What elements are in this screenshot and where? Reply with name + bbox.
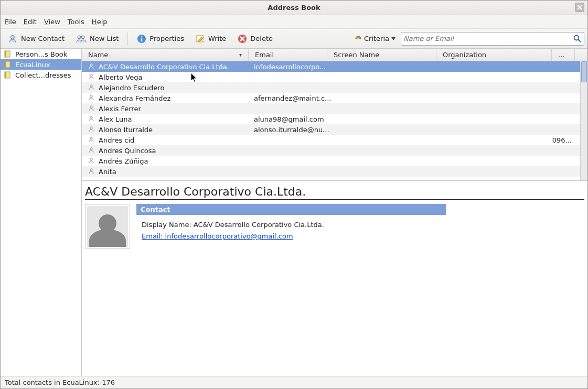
table-row[interactable]: Andres Quincosa bbox=[82, 145, 587, 156]
search-input[interactable] bbox=[403, 35, 573, 42]
svg-point-23 bbox=[90, 137, 92, 139]
table-body[interactable]: AC&V Desarrollo Corporativo Cia.Ltda.inf… bbox=[82, 61, 587, 180]
column-screen-label: Screen Name bbox=[334, 51, 379, 59]
contact-icon bbox=[88, 73, 95, 81]
svg-point-0 bbox=[11, 35, 15, 39]
svg-point-22 bbox=[90, 127, 92, 129]
column-org-label: Organization bbox=[443, 51, 486, 59]
menu-help[interactable]: Help bbox=[92, 18, 108, 26]
svg-point-7 bbox=[574, 35, 579, 40]
contact-icon bbox=[88, 115, 95, 123]
table-row[interactable]: Alberto Vega bbox=[82, 72, 587, 82]
scrollbar-thumb[interactable] bbox=[581, 61, 587, 82]
cell-name: Andrés Zúñiga bbox=[99, 157, 254, 165]
column-more[interactable]: ... bbox=[552, 49, 575, 61]
column-email[interactable]: Email bbox=[249, 49, 327, 61]
status-text: Total contacts in EcuaLinux: 176 bbox=[5, 379, 115, 386]
new-contact-button[interactable]: New Contact bbox=[4, 31, 69, 46]
delete-icon bbox=[238, 34, 247, 44]
sidebar-item-label: Collect...dresses bbox=[15, 71, 71, 79]
email-link[interactable]: Email: infodesarrollocorporativo@gmail.c… bbox=[142, 232, 293, 240]
contact-icon bbox=[88, 84, 95, 91]
table-row[interactable]: Anita bbox=[82, 166, 587, 177]
menu-edit[interactable]: Edit bbox=[24, 18, 37, 26]
svg-point-16 bbox=[90, 64, 92, 66]
menu-file[interactable]: File bbox=[5, 18, 16, 26]
contact-section-header: Contact bbox=[136, 204, 446, 215]
display-name-value: AC&V Desarrollo Corporativo Cia.Ltda. bbox=[194, 221, 324, 229]
menu-view[interactable]: View bbox=[44, 18, 60, 26]
search-icon bbox=[573, 35, 582, 43]
cell-name: Alejandro Escudero bbox=[99, 84, 254, 92]
vertical-scrollbar[interactable] bbox=[580, 61, 587, 180]
write-label: Write bbox=[208, 35, 226, 42]
sort-arrow-icon: ▾ bbox=[239, 52, 242, 58]
delete-button[interactable]: Delete bbox=[233, 31, 277, 46]
table-row[interactable]: Alex Lunaaluna98@gmail.com bbox=[82, 114, 587, 124]
search-box[interactable] bbox=[401, 32, 584, 46]
table-row[interactable]: Alexis Ferrer bbox=[82, 103, 587, 114]
sidebar: Person...s Book EcuaLinux Collect...dres… bbox=[1, 49, 82, 376]
table-row[interactable]: Alonso Iturraldealonso.iturralde@nu... bbox=[82, 124, 587, 135]
menu-tools[interactable]: Tools bbox=[68, 18, 84, 26]
properties-button[interactable]: i Properties bbox=[132, 31, 189, 46]
email-row: Email: infodesarrollocorporativo@gmail.c… bbox=[142, 231, 441, 242]
info-icon: i bbox=[137, 34, 146, 44]
book-icon bbox=[4, 50, 12, 58]
table-row[interactable]: Alexandra Fernándezafernandez@maint.c... bbox=[82, 93, 587, 103]
cell-name: Andres cid bbox=[99, 136, 254, 144]
table-row[interactable]: Andres cid096... bbox=[82, 135, 587, 145]
sidebar-item-label: Person...s Book bbox=[15, 50, 67, 58]
svg-point-20 bbox=[90, 106, 92, 108]
contact-icon bbox=[88, 63, 95, 70]
contact-icon bbox=[88, 126, 95, 133]
svg-point-18 bbox=[90, 85, 92, 87]
table-row[interactable]: Andrés Zúñiga bbox=[82, 156, 587, 166]
detail-title: AC&V Desarrollo Corporativo Cia.Ltda. bbox=[85, 185, 584, 200]
cell-email: infodesarrollocorpo... bbox=[254, 63, 333, 71]
column-config[interactable] bbox=[575, 49, 587, 61]
toolbar-separator bbox=[127, 33, 128, 45]
sidebar-item-ecualinux[interactable]: EcuaLinux bbox=[1, 59, 81, 70]
sidebar-item-personal[interactable]: Person...s Book bbox=[1, 49, 81, 59]
close-button[interactable] bbox=[575, 3, 584, 12]
cell-org: 096... bbox=[442, 136, 587, 144]
book-icon bbox=[4, 71, 12, 79]
table-header: Name ▾ Email Screen Name Organization ..… bbox=[82, 49, 587, 61]
svg-point-26 bbox=[90, 169, 92, 171]
avatar bbox=[85, 204, 130, 249]
svg-rect-13 bbox=[5, 72, 6, 78]
cell-name: Anita bbox=[99, 168, 254, 176]
contact-icon bbox=[88, 168, 95, 175]
cell-name: AC&V Desarrollo Corporativo Cia.Ltda. bbox=[99, 63, 254, 71]
close-icon bbox=[577, 5, 582, 10]
cell-name: Andres Quincosa bbox=[99, 147, 254, 155]
criteria-dropdown[interactable]: Criteria bbox=[351, 35, 399, 42]
new-list-button[interactable]: New List bbox=[71, 31, 123, 46]
contact-icon bbox=[88, 157, 95, 165]
table-row[interactable]: Alejandro Escudero bbox=[82, 82, 587, 93]
column-screen[interactable]: Screen Name bbox=[327, 49, 436, 61]
chevron-down-icon bbox=[391, 37, 395, 40]
svg-point-24 bbox=[90, 148, 92, 150]
cell-name: Alex Luna bbox=[99, 115, 254, 123]
table-row[interactable]: AC&V Desarrollo Corporativo Cia.Ltda.inf… bbox=[82, 61, 587, 72]
svg-rect-11 bbox=[5, 61, 6, 68]
menubar: File Edit View Tools Help bbox=[1, 15, 587, 29]
svg-point-19 bbox=[90, 95, 92, 98]
sidebar-item-collected[interactable]: Collect...dresses bbox=[1, 70, 81, 80]
column-name[interactable]: Name ▾ bbox=[82, 49, 249, 61]
sidebar-item-label: EcuaLinux bbox=[15, 61, 50, 69]
column-org[interactable]: Organization bbox=[436, 49, 552, 61]
write-icon bbox=[196, 34, 205, 44]
contact-icon bbox=[88, 105, 95, 112]
svg-point-25 bbox=[90, 158, 92, 160]
criteria-label: Criteria bbox=[364, 35, 389, 42]
write-button[interactable]: Write bbox=[191, 31, 231, 46]
svg-rect-9 bbox=[5, 51, 6, 57]
statusbar: Total contacts in EcuaLinux: 176 bbox=[1, 376, 587, 388]
display-name-label: Display Name: bbox=[142, 221, 191, 229]
svg-point-1 bbox=[78, 36, 81, 39]
person-icon bbox=[8, 34, 18, 44]
column-email-label: Email bbox=[255, 51, 274, 59]
